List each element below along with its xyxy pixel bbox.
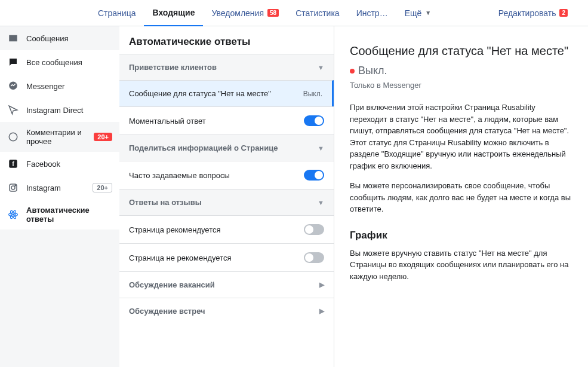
tab-notifications[interactable]: Уведомления 58 [203,0,287,26]
chevron-right-icon: ▶ [319,307,324,315]
edit-button[interactable]: Редактировать 2 [490,0,576,26]
section-meetings[interactable]: Обсуждение встреч ▶ [119,298,334,324]
facebook-icon: f [7,158,19,170]
sidebar-item-messenger[interactable]: Messenger [0,74,119,98]
option-label: Моментальный ответ [129,117,206,126]
tab-inbox[interactable]: Входящие [144,0,203,26]
tab-stats[interactable]: Статистика [287,0,348,26]
tab-more[interactable]: Ещё ▼ [396,0,440,26]
option-instant-reply[interactable]: Моментальный ответ [119,106,334,134]
section-jobs[interactable]: Обсуждение вакансий ▶ [119,271,334,298]
schedule-heading: График [350,230,572,241]
atom-icon [7,209,19,221]
instagram-icon [7,182,19,194]
tab-more-label: Ещё [405,8,422,18]
sidebar-item-messages[interactable]: Сообщения [0,26,119,50]
toggle-faq[interactable] [304,170,324,181]
chevron-down-icon: ▼ [318,64,324,71]
sidebar-item-label: Messenger [26,82,112,91]
detail-title: Сообщение для статуса "Нет на месте" [350,43,572,59]
toggle-recommended[interactable] [304,224,324,235]
section-label: Поделиться информацией о Странице [129,143,278,152]
section-reviews[interactable]: Ответы на отзывы ▼ [119,189,334,215]
sidebar-item-label: Instagram Direct [26,106,112,115]
section-label: Ответы на отзывы [129,198,202,207]
section-label: Обсуждение встреч [129,307,205,316]
responses-column: Автоматические ответы Приветствие клиент… [119,26,334,367]
option-label: Часто задаваемые вопросы [129,171,230,180]
notifications-badge: 58 [267,9,279,17]
detail-panel: Сообщение для статуса "Нет на месте" Вык… [334,26,588,367]
responses-title: Автоматические ответы [119,26,334,54]
svg-point-5 [11,186,15,189]
section-label: Обсуждение вакансий [129,280,215,289]
top-navigation: Страница Входящие Уведомления 58 Статист… [0,0,588,26]
edit-label: Редактировать [498,8,556,18]
chevron-down-icon: ▼ [318,145,324,152]
messenger-icon [7,80,19,92]
schedule-text: Вы можете вручную ставить статус "Нет на… [350,247,572,283]
option-label: Страница рекомендуется [129,225,221,234]
option-label: Страница не рекомендуется [129,253,232,262]
sidebar-item-facebook[interactable]: f Facebook [0,152,119,176]
edit-badge: 2 [559,9,568,17]
topnav-right: Редактировать 2 [490,0,576,26]
chevron-down-icon: ▼ [425,10,431,16]
sidebar-item-comments[interactable]: Комментарии и прочее 20+ [0,122,119,152]
topnav-tabs: Страница Входящие Уведомления 58 Статист… [90,0,439,26]
toggle-not-recommended[interactable] [304,252,324,263]
section-share-info[interactable]: Поделиться информацией о Странице ▼ [119,134,334,161]
option-label: Сообщение для статуса "Нет на месте" [129,89,271,98]
sidebar-item-instagram[interactable]: Instagram 20+ [0,176,119,200]
svg-text:f: f [12,160,14,167]
chevron-right-icon: ▶ [319,281,324,289]
comments-icon [7,131,19,143]
option-away-message[interactable]: Сообщение для статуса "Нет на месте" Вык… [119,80,334,106]
sidebar-item-label: Комментарии и прочее [26,128,87,146]
inbox-icon [7,32,19,44]
sidebar: Сообщения Все сообщения Messenger Instag… [0,26,119,367]
description-1: При включении этой настройки Страница Ru… [350,102,572,172]
sidebar-item-all-messages[interactable]: Все сообщения [0,50,119,74]
toggle-instant-reply[interactable] [304,115,324,126]
sidebar-item-label: Сообщения [26,34,112,43]
main-area: Сообщения Все сообщения Messenger Instag… [0,26,588,367]
option-faq[interactable]: Часто задаваемые вопросы [119,161,334,189]
svg-point-6 [15,185,16,186]
description-2: Вы можете персонализировать свое сообщен… [350,180,572,215]
tab-page[interactable]: Страница [90,0,144,26]
svg-point-10 [13,214,14,215]
tab-notifications-label: Уведомления [211,8,264,18]
sidebar-item-label: Автоматические ответы [26,206,112,224]
svg-point-1 [9,133,17,141]
sidebar-item-label: Facebook [26,160,112,169]
comment-icon [7,56,19,68]
instagram-badge: 20+ [93,183,112,192]
status-text: Выкл. [358,65,387,77]
comments-badge: 20+ [94,133,112,141]
option-not-recommended[interactable]: Страница не рекомендуется [119,243,334,271]
chevron-down-icon: ▼ [318,199,324,206]
status-dot-icon [350,69,355,74]
channel-text: Только в Messenger [350,81,572,90]
sidebar-item-label: Все сообщения [26,58,112,67]
tab-tools[interactable]: Инстр… [348,0,396,26]
section-label: Приветствие клиентов [129,63,217,72]
option-recommended[interactable]: Страница рекомендуется [119,215,334,243]
option-state: Выкл. [303,90,322,98]
sidebar-item-instagram-direct[interactable]: Instagram Direct [0,98,119,122]
section-greeting[interactable]: Приветствие клиентов ▼ [119,54,334,80]
status-line: Выкл. [350,65,572,77]
instagram-direct-icon [7,104,19,116]
sidebar-item-label: Instagram [26,184,85,192]
sidebar-item-auto-responses[interactable]: Автоматические ответы [0,200,119,230]
